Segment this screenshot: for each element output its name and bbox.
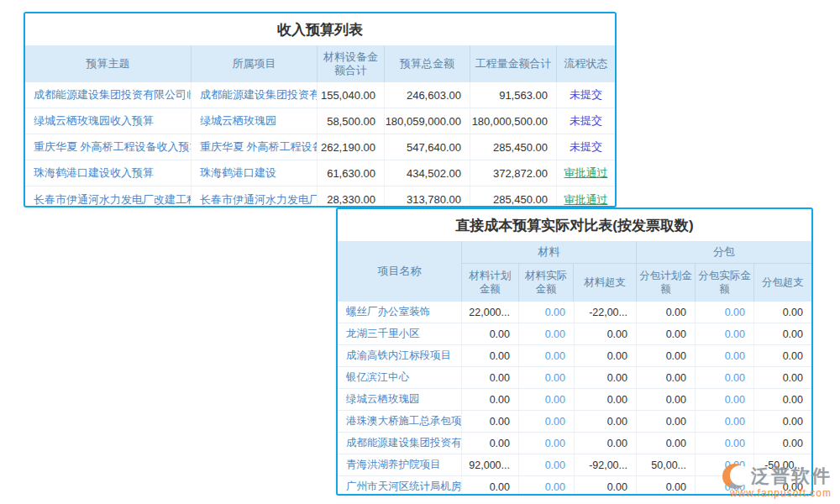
compare-table-row: 螺丝厂办公室装饰22,000...0.00-22,00...0.000.000.… — [338, 302, 811, 323]
cell-value[interactable]: 0.00 — [696, 433, 754, 454]
cell-value: 0.00 — [754, 367, 811, 388]
cost-compare-table: 直接成本预算实际对比表(按发票取数) 项目名称 材料 材料计划金额 材料实际金额… — [336, 207, 813, 496]
income-table-body: 成都能源建设集团投资有限公司临...成都能源建设集团投资有...155,040.… — [25, 82, 615, 207]
cell-project-name[interactable]: 螺丝厂办公室装饰 — [338, 302, 462, 323]
cell-value: 0.00 — [637, 367, 696, 388]
fanpu-logo-icon — [722, 464, 748, 489]
cell-value: 0.00 — [754, 345, 811, 366]
cell-value: 0.00 — [637, 323, 696, 344]
cell-subject[interactable]: 成都能源建设集团投资有限公司临... — [25, 82, 192, 108]
cell-value[interactable]: 0.00 — [696, 345, 754, 366]
cell-project[interactable]: 长春市伊通河水力发电厂... — [192, 186, 318, 207]
cell-value: 0.00 — [575, 389, 637, 410]
income-table-row: 重庆华夏 外高桥工程设备收入预算重庆华夏 外高桥工程设备262,190.0054… — [25, 134, 615, 160]
cell-project-name[interactable]: 绿城云栖玫瑰园 — [338, 389, 462, 410]
cell-value: 92,000... — [462, 454, 519, 475]
cell-subject[interactable]: 绿城云栖玫瑰园收入预算 — [25, 108, 192, 134]
cell-quantity-total: 285,450.00 — [470, 186, 557, 207]
cell-project-name[interactable]: 广州市天河区统计局机房改造 — [338, 476, 462, 496]
column-header-subcontract-actual: 分包实际金额 — [696, 264, 754, 302]
cell-project-name[interactable]: 青海洪湖养护院项目 — [338, 454, 462, 475]
cell-value[interactable]: 0.00 — [696, 323, 754, 344]
cell-status[interactable]: 未提交 — [557, 134, 615, 160]
cell-value: 0.00 — [575, 476, 637, 496]
cell-project-name[interactable]: 成渝高铁内江标段项目 — [338, 345, 462, 366]
cell-status[interactable]: 审批通过 — [557, 160, 615, 186]
cell-value: 0.00 — [754, 389, 811, 410]
cell-value: 0.00 — [754, 302, 811, 323]
group-label-material: 材料 — [462, 241, 636, 264]
compare-table-row: 龙湖三千里小区0.000.000.000.000.000.00 — [338, 323, 811, 345]
cell-value[interactable]: 0.00 — [519, 367, 575, 388]
compare-table-row: 成都能源建设集团投资有限公司0.000.000.000.000.000.00 — [338, 433, 811, 454]
cell-budget-total: 547,640.00 — [385, 134, 470, 160]
cell-value: 0.00 — [637, 433, 696, 454]
income-budget-table: 收入预算列表 预算主题 所属项目 材料设备金额合计 预算总金额 工程量金额合计 … — [24, 12, 617, 207]
column-header-material-actual: 材料实际金额 — [519, 264, 575, 302]
cell-material-equipment-total: 61,630.00 — [318, 160, 385, 186]
cell-value: 0.00 — [462, 411, 519, 432]
column-header-subcontract-plan: 分包计划金额 — [637, 264, 696, 302]
cell-value[interactable]: 0.00 — [519, 302, 575, 323]
compare-table-header: 项目名称 材料 材料计划金额 材料实际金额 材料超支 分包 分包计划金额 分包实… — [338, 241, 811, 302]
cell-value[interactable]: 0.00 — [696, 411, 754, 432]
cell-project[interactable]: 成都能源建设集团投资有... — [192, 82, 318, 108]
cell-value: 0.00 — [462, 433, 519, 454]
cell-value[interactable]: 0.00 — [519, 433, 575, 454]
compare-table-row: 银亿滨江中心0.000.000.000.000.000.00 — [338, 367, 811, 389]
cell-status[interactable]: 未提交 — [557, 108, 615, 134]
cell-value[interactable]: 0.00 — [519, 454, 575, 475]
watermark-url: www.fanpusoft.com — [722, 487, 832, 499]
cell-project-name[interactable]: 港珠澳大桥施工总承包项目 — [338, 411, 462, 432]
column-header-material-equipment-total: 材料设备金额合计 — [318, 45, 385, 82]
cell-subject[interactable]: 长春市伊通河水力发电厂改建工程... — [25, 186, 192, 207]
income-table-row: 绿城云栖玫瑰园收入预算绿城云栖玫瑰园58,500.00180,059,000.0… — [25, 108, 615, 134]
cell-value: 0.00 — [575, 433, 637, 454]
cell-value: 0.00 — [575, 345, 637, 366]
cell-project-name[interactable]: 龙湖三千里小区 — [338, 323, 462, 344]
cell-value: 0.00 — [462, 323, 519, 344]
column-header-material-over: 材料超支 — [574, 264, 636, 302]
cell-value: 0.00 — [637, 345, 696, 366]
cell-status[interactable]: 未提交 — [557, 82, 615, 108]
income-table-row: 成都能源建设集团投资有限公司临...成都能源建设集团投资有...155,040.… — [25, 82, 615, 108]
cell-value: 0.00 — [637, 389, 696, 410]
cell-project-name[interactable]: 成都能源建设集团投资有限公司 — [338, 433, 462, 454]
cell-value[interactable]: 0.00 — [519, 345, 575, 366]
cell-project[interactable]: 珠海鹤港口建设 — [192, 160, 318, 186]
column-header-material-plan: 材料计划金额 — [462, 264, 519, 302]
cell-subject[interactable]: 珠海鹤港口建设收入预算 — [25, 160, 192, 186]
cell-value: 0.00 — [637, 476, 696, 496]
cell-value[interactable]: 0.00 — [519, 323, 575, 344]
cell-budget-total: 246,603.00 — [385, 82, 470, 108]
cell-quantity-total: 180,000,500.00 — [470, 108, 557, 134]
cell-budget-total: 180,059,000.00 — [385, 108, 470, 134]
cell-value[interactable]: 0.00 — [519, 476, 575, 496]
cell-value[interactable]: 0.00 — [696, 389, 754, 410]
cell-project[interactable]: 绿城云栖玫瑰园 — [192, 108, 318, 134]
income-table-row: 珠海鹤港口建设收入预算珠海鹤港口建设61,630.00434,502.00372… — [25, 160, 615, 186]
cell-material-equipment-total: 28,330.00 — [318, 186, 385, 207]
cell-value[interactable]: 0.00 — [696, 302, 754, 323]
cell-value: 0.00 — [462, 476, 519, 496]
cell-project[interactable]: 重庆华夏 外高桥工程设备 — [192, 134, 318, 160]
cell-status[interactable]: 审批通过 — [557, 186, 615, 207]
cell-value[interactable]: 0.00 — [519, 389, 575, 410]
cell-subject[interactable]: 重庆华夏 外高桥工程设备收入预算 — [25, 134, 192, 160]
cell-value: 0.00 — [754, 411, 811, 432]
column-header-project-name: 项目名称 — [338, 241, 462, 302]
column-header-subcontract-over: 分包超支 — [754, 264, 811, 302]
column-group-material: 材料 材料计划金额 材料实际金额 材料超支 — [462, 241, 637, 302]
column-header-subject: 预算主题 — [25, 45, 192, 82]
cell-value: 0.00 — [754, 433, 811, 454]
cell-value: 0.00 — [462, 367, 519, 388]
cell-value: 0.00 — [637, 411, 696, 432]
cell-value[interactable]: 0.00 — [519, 411, 575, 432]
cell-value: 0.00 — [575, 411, 637, 432]
cell-value: 0.00 — [462, 389, 519, 410]
cell-project-name[interactable]: 银亿滨江中心 — [338, 367, 462, 388]
cell-value[interactable]: 0.00 — [696, 367, 754, 388]
column-group-subcontract: 分包 分包计划金额 分包实际金额 分包超支 — [637, 241, 811, 302]
income-table-header: 预算主题 所属项目 材料设备金额合计 预算总金额 工程量金额合计 流程状态 — [25, 45, 615, 82]
cell-quantity-total: 91,563.00 — [470, 82, 557, 108]
